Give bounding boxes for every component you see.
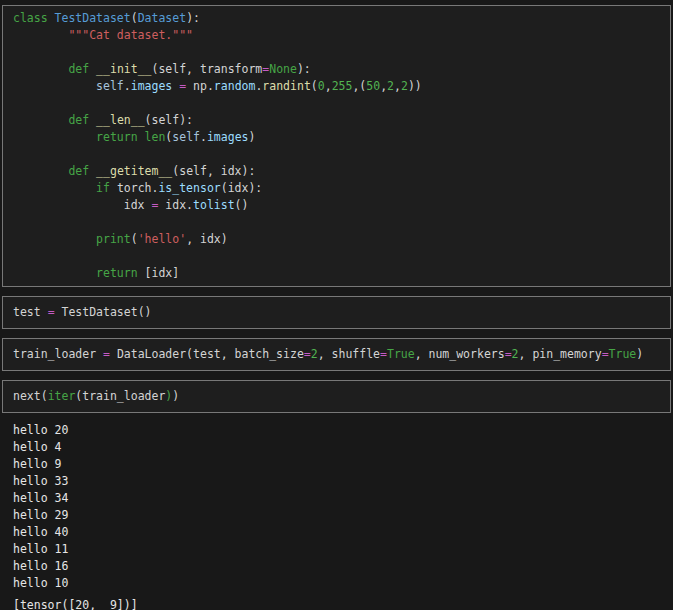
output-line: hello 34 [13, 490, 671, 507]
cell-output: hello 20hello 4hello 9hello 33hello 34he… [13, 422, 671, 610]
code-cell-class-definition[interactable]: class TestDataset(Dataset): """Cat datas… [2, 5, 671, 287]
code-line: def __len__(self): [13, 112, 660, 129]
output-result: [tensor([20, 9])] [13, 597, 671, 610]
output-line: hello 40 [13, 524, 671, 541]
output-line: hello 29 [13, 507, 671, 524]
output-line: hello 9 [13, 456, 671, 473]
code-line [13, 248, 660, 265]
code-line: test = TestDataset() [13, 304, 660, 321]
code-line: """Cat dataset.""" [13, 27, 660, 44]
output-line: hello 11 [13, 541, 671, 558]
output-line: hello 4 [13, 439, 671, 456]
code-line: class TestDataset(Dataset): [13, 10, 660, 27]
code-line [13, 44, 660, 61]
output-line: hello 16 [13, 558, 671, 575]
code-line: self.images = np.random.randint(0,255,(5… [13, 78, 660, 95]
code-cell-dataloader[interactable]: train_loader = DataLoader(test, batch_si… [2, 338, 671, 371]
code-line [13, 214, 660, 231]
code-line: next(iter(train_loader)) [13, 388, 660, 405]
code-line: if torch.is_tensor(idx): [13, 180, 660, 197]
code-cell-instantiate-dataset[interactable]: test = TestDataset() [2, 296, 671, 329]
code-cell-next-iter[interactable]: next(iter(train_loader)) [2, 380, 671, 413]
output-print-lines: hello 20hello 4hello 9hello 33hello 34he… [13, 422, 671, 592]
code-line: def __getitem__(self, idx): [13, 163, 660, 180]
output-line: hello 10 [13, 575, 671, 592]
output-line: hello 20 [13, 422, 671, 439]
code-line: def __init__(self, transform=None): [13, 61, 660, 78]
code-line: return len(self.images) [13, 129, 660, 146]
code-line: return [idx] [13, 265, 660, 282]
code-line: train_loader = DataLoader(test, batch_si… [13, 346, 660, 363]
code-line: print('hello', idx) [13, 231, 660, 248]
output-line: hello 33 [13, 473, 671, 490]
notebook: class TestDataset(Dataset): """Cat datas… [0, 5, 673, 610]
code-line: idx = idx.tolist() [13, 197, 660, 214]
code-line [13, 146, 660, 163]
code-line [13, 95, 660, 112]
